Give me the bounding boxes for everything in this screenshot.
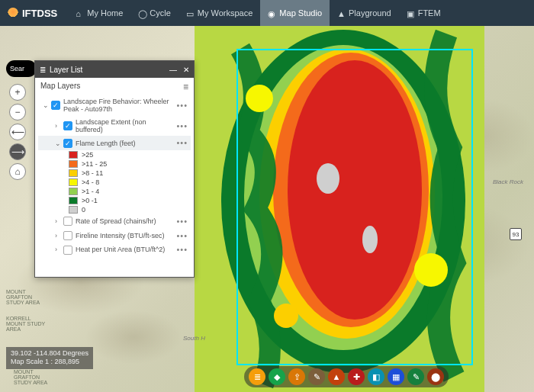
fire-behavior-overlay xyxy=(195,26,484,392)
dock-attribute-button[interactable]: ⬤ xyxy=(427,368,444,385)
minimize-icon[interactable]: — xyxy=(169,66,177,74)
svg-point-6 xyxy=(317,163,339,194)
layer-ros-label: Rate of Spread (chains/hr) xyxy=(76,217,172,225)
caret-right-icon[interactable]: › xyxy=(55,122,60,130)
globe-icon: ◉ xyxy=(268,9,276,18)
coord-scale: Map Scale 1 : 288,895 xyxy=(11,358,88,367)
nav-label: My Workspace xyxy=(198,8,253,18)
layer-hpa-checkbox[interactable] xyxy=(63,246,72,255)
workspace-icon: ▭ xyxy=(186,9,195,18)
brand-icon xyxy=(8,8,18,18)
svg-point-5 xyxy=(288,60,422,320)
layer-root-label: Landscape Fire Behavior: Wheeler Peak - … xyxy=(63,98,172,114)
layer-extent-checkbox[interactable]: ✓ xyxy=(63,121,72,130)
map-label-area1: MOUNT GRAFTON STUDY AREA xyxy=(6,289,48,305)
dock-layers-button[interactable]: ≣ xyxy=(249,368,265,385)
legend-row: >1 - 4 xyxy=(69,187,191,196)
dock-landscape-button[interactable]: ✎ xyxy=(308,368,325,385)
home-extent-button[interactable]: ⌂ xyxy=(9,163,26,180)
caret-right-icon[interactable]: › xyxy=(55,232,60,239)
layer-list-header[interactable]: ≣ Layer List — ✕ xyxy=(35,61,194,78)
nav-ftem[interactable]: ▣ FTEM xyxy=(399,0,449,26)
brand-text: IFTDSS xyxy=(22,8,57,19)
dock-measure-button[interactable]: ✎ xyxy=(407,368,424,385)
layer-hpa-menu[interactable]: ••• xyxy=(175,245,189,255)
layer-root-checkbox[interactable]: ✓ xyxy=(51,101,60,110)
zoom-in-button[interactable]: + xyxy=(9,84,26,101)
nav-label: Playground xyxy=(349,8,391,18)
dock-basemap-button[interactable]: ▦ xyxy=(388,368,404,385)
layer-ros-menu[interactable]: ••• xyxy=(175,217,189,227)
map-label-peak: South H xyxy=(183,335,205,342)
legend-row: 0 xyxy=(69,205,191,214)
map-canvas[interactable]: MOUNT GRAFTON STUDY AREA KORRELL MOUNT S… xyxy=(0,26,534,392)
caret-down-icon[interactable]: ⌄ xyxy=(55,140,60,147)
svg-point-8 xyxy=(246,85,273,112)
zoom-out-button[interactable]: − xyxy=(9,104,26,120)
dock-filter-button[interactable]: ◧ xyxy=(368,368,384,385)
legend-row: >8 - 11 xyxy=(69,169,191,178)
layers-icon: ≣ xyxy=(40,66,46,74)
svg-point-9 xyxy=(414,253,448,287)
fire-icon: ▲ xyxy=(337,9,346,18)
map-tools-column: + − ⟵ ⟶ ⌂ xyxy=(9,84,26,180)
layer-fli-label: Fireline Intensity (BTU/ft-sec) xyxy=(76,232,172,239)
map-layers-label: Map Layers xyxy=(40,82,80,92)
caret-right-icon[interactable]: › xyxy=(55,217,60,225)
legend-row: >11 - 25 xyxy=(69,159,191,169)
layer-fli-menu[interactable]: ••• xyxy=(175,231,189,241)
coordinate-display: 39.102 -114.804 Degrees Map Scale 1 : 28… xyxy=(6,347,93,369)
close-icon[interactable]: ✕ xyxy=(183,66,189,74)
cycle-icon: ◯ xyxy=(138,9,146,18)
layer-heat-per-unit-area[interactable]: › Heat per Unit Area (BTU/ft^2) ••• xyxy=(38,243,191,257)
flame-length-legend: >25 >11 - 25 >8 - 11 >4 - 8 >1 - 4 >0 -1… xyxy=(38,150,191,214)
dock-legend-button[interactable]: ◆ xyxy=(269,368,285,385)
legend-row: >25 xyxy=(69,150,191,159)
nav-my-workspace[interactable]: ▭ My Workspace xyxy=(179,0,261,26)
layer-rate-of-spread[interactable]: › Rate of Spread (chains/hr) ••• xyxy=(38,214,191,229)
caret-down-icon[interactable]: ⌄ xyxy=(43,101,48,109)
next-extent-button[interactable]: ⟶ xyxy=(9,143,26,160)
legend-swatch xyxy=(69,197,78,204)
legend-swatch xyxy=(69,169,78,177)
brand[interactable]: IFTDSS xyxy=(8,8,57,19)
legend-swatch xyxy=(69,188,78,195)
layer-root[interactable]: ⌄ ✓ Landscape Fire Behavior: Wheeler Pea… xyxy=(38,95,191,116)
prev-extent-button[interactable]: ⟵ xyxy=(9,124,26,140)
layer-root-menu[interactable]: ••• xyxy=(175,101,189,111)
layer-ros-checkbox[interactable] xyxy=(63,217,72,226)
search-input[interactable]: Sear xyxy=(6,60,37,77)
map-label-rock: Black Rock xyxy=(493,178,523,185)
legend-row: >4 - 8 xyxy=(69,178,191,187)
layer-extent-label: Landscape Extent (non buffered) xyxy=(76,118,172,134)
nav-label: Map Studio xyxy=(279,8,322,18)
legend-swatch xyxy=(69,206,78,214)
nav-cycle[interactable]: ◯ Cycle xyxy=(130,0,179,26)
dock-simulation-button[interactable]: ▲ xyxy=(328,368,345,385)
layer-flame-label: Flame Length (feet) xyxy=(76,140,172,147)
map-label-area3: MOUNT GRAFTON STUDY AREA xyxy=(14,369,56,385)
layer-extent[interactable]: › ✓ Landscape Extent (non buffered) ••• xyxy=(38,116,191,137)
route-shield: 93 xyxy=(510,228,522,240)
nav-my-home[interactable]: ⌂ My Home xyxy=(68,0,130,26)
layer-flame-length[interactable]: ⌄ ✓ Flame Length (feet) ••• xyxy=(38,136,191,150)
search-placeholder: Sear xyxy=(10,65,24,72)
svg-point-10 xyxy=(274,304,298,328)
legend-row: >0 -1 xyxy=(69,196,191,205)
layer-flame-checkbox[interactable]: ✓ xyxy=(63,139,72,148)
layer-list-body[interactable]: Map Layers ≡ ⌄ ✓ Landscape Fire Behavior… xyxy=(35,78,194,277)
caret-right-icon[interactable]: › xyxy=(55,246,60,253)
dock-upload-button[interactable]: ⇪ xyxy=(288,368,305,385)
layer-extent-menu[interactable]: ••• xyxy=(175,121,189,131)
nav-label: Cycle xyxy=(150,8,171,18)
layer-list-title: Layer List xyxy=(50,66,82,74)
nav-playground[interactable]: ▲ Playground xyxy=(330,0,399,26)
layer-flame-menu[interactable]: ••• xyxy=(175,138,189,148)
layer-options-icon[interactable]: ≡ xyxy=(183,82,188,92)
dock-edit-button[interactable]: ✚ xyxy=(348,368,365,385)
nav-map-studio[interactable]: ◉ Map Studio xyxy=(260,0,330,26)
layer-fli-checkbox[interactable] xyxy=(63,231,72,240)
svg-point-7 xyxy=(362,226,378,253)
layer-fireline-intensity[interactable]: › Fireline Intensity (BTU/ft-sec) ••• xyxy=(38,229,191,243)
nav-label: FTEM xyxy=(418,8,441,18)
